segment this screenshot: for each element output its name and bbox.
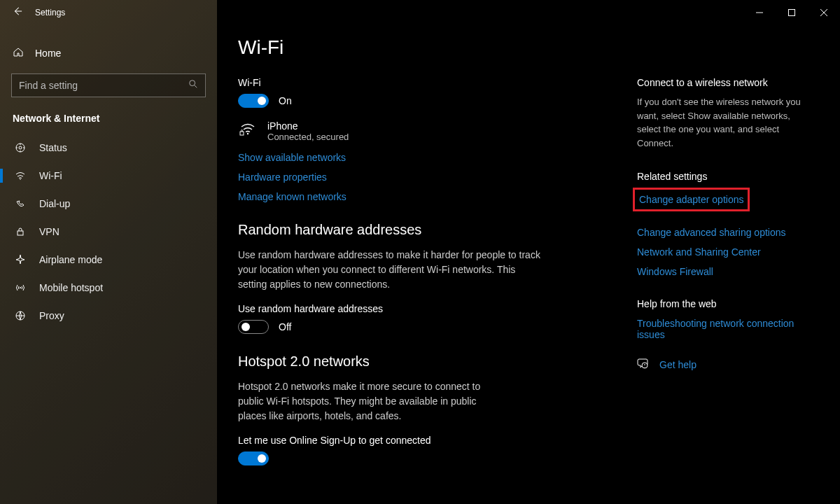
svg-point-8 <box>247 133 248 134</box>
search-box[interactable] <box>11 74 206 97</box>
sidebar-item-proxy[interactable]: Proxy <box>0 302 217 330</box>
sidebar-item-label: Dial-up <box>39 198 70 209</box>
get-help-icon <box>637 357 650 372</box>
sidebar-item-label: Status <box>39 142 67 153</box>
titlebar: Settings <box>0 0 840 25</box>
airplane-icon <box>14 254 27 265</box>
home-label: Home <box>35 48 61 59</box>
svg-rect-0 <box>789 10 795 16</box>
proxy-icon <box>14 310 27 321</box>
main-content: Wi-Fi Wi-Fi On iPhone Connected, secured… <box>217 0 840 504</box>
connect-text: If you don't see the wireless network yo… <box>637 95 812 150</box>
sidebar-item-label: Airplane mode <box>39 254 102 265</box>
hotspot-toggle-label: Let me use Online Sign-Up to get connect… <box>238 435 637 446</box>
change-advanced-sharing-link[interactable]: Change advanced sharing options <box>637 227 812 238</box>
sidebar-item-airplane[interactable]: Airplane mode <box>0 246 217 274</box>
sidebar-item-label: VPN <box>39 226 59 237</box>
maximize-button[interactable] <box>776 1 808 24</box>
wifi-section-label: Wi-Fi <box>238 77 637 88</box>
back-icon[interactable] <box>13 6 22 19</box>
svg-rect-5 <box>18 231 23 235</box>
sidebar-item-wifi[interactable]: Wi-Fi <box>0 162 217 190</box>
category-label: Network & Internet <box>0 107 217 134</box>
connect-heading: Connect to a wireless network <box>637 77 812 88</box>
wifi-secure-icon <box>238 120 258 137</box>
status-icon <box>14 142 27 153</box>
network-name: iPhone <box>267 120 349 132</box>
sidebar-item-vpn[interactable]: VPN <box>0 218 217 246</box>
right-panel: Connect to a wireless network If you don… <box>637 36 819 504</box>
show-available-networks-link[interactable]: Show available networks <box>238 152 637 163</box>
highlight-annotation: Change adapter options <box>633 188 750 211</box>
random-addresses-toggle[interactable] <box>238 320 269 334</box>
random-addresses-heading: Random hardware addresses <box>238 222 637 238</box>
random-addresses-desc: Use random hardware addresses to make it… <box>238 248 546 292</box>
wifi-toggle[interactable] <box>238 94 269 108</box>
vpn-icon <box>14 226 27 237</box>
sidebar: Home Network & Internet Status Wi-Fi Dia… <box>0 0 217 504</box>
help-heading: Help from the web <box>637 298 812 309</box>
wifi-toggle-state: On <box>279 95 292 106</box>
wifi-icon <box>14 170 27 181</box>
change-adapter-options-link[interactable]: Change adapter options <box>639 194 743 205</box>
home-icon <box>13 46 24 59</box>
network-status: Connected, secured <box>267 132 349 142</box>
window-title: Settings <box>35 8 65 18</box>
close-button[interactable] <box>808 1 840 24</box>
hardware-properties-link[interactable]: Hardware properties <box>238 172 637 183</box>
manage-known-networks-link[interactable]: Manage known networks <box>238 191 637 202</box>
svg-point-1 <box>190 80 195 86</box>
svg-point-6 <box>20 287 21 288</box>
sidebar-item-status[interactable]: Status <box>0 134 217 162</box>
svg-rect-9 <box>240 132 244 135</box>
troubleshooting-link[interactable]: Troubleshooting network connection issue… <box>637 318 812 340</box>
svg-point-4 <box>20 178 21 180</box>
sidebar-item-label: Wi-Fi <box>39 170 62 181</box>
connected-network[interactable]: iPhone Connected, secured <box>238 120 637 142</box>
get-help-link[interactable]: Get help <box>659 359 696 370</box>
windows-firewall-link[interactable]: Windows Firewall <box>637 266 812 277</box>
settings-window: Settings Home Network & Internet Status … <box>0 0 840 504</box>
related-settings-heading: Related settings <box>637 171 812 182</box>
sidebar-nav: Status Wi-Fi Dial-up VPN Airplane mode M… <box>0 134 217 330</box>
hotspot-heading: Hotspot 2.0 networks <box>238 354 637 370</box>
page-title: Wi-Fi <box>238 36 637 59</box>
search-input[interactable] <box>19 80 188 91</box>
hotspot-desc: Hotspot 2.0 networks make it more secure… <box>238 379 490 424</box>
svg-point-3 <box>19 146 22 149</box>
sidebar-item-label: Mobile hotspot <box>39 282 103 293</box>
sidebar-item-label: Proxy <box>39 310 64 321</box>
hotspot-icon <box>14 282 27 293</box>
sidebar-item-hotspot[interactable]: Mobile hotspot <box>0 274 217 302</box>
home-button[interactable]: Home <box>0 39 217 66</box>
random-toggle-label: Use random hardware addresses <box>238 303 637 314</box>
random-toggle-state: Off <box>279 321 291 332</box>
network-sharing-center-link[interactable]: Network and Sharing Center <box>637 246 812 258</box>
sidebar-item-dialup[interactable]: Dial-up <box>0 190 217 218</box>
hotspot-signup-toggle[interactable] <box>238 451 269 465</box>
search-icon <box>188 79 198 92</box>
dialup-icon <box>14 198 27 209</box>
minimize-button[interactable] <box>743 1 776 24</box>
